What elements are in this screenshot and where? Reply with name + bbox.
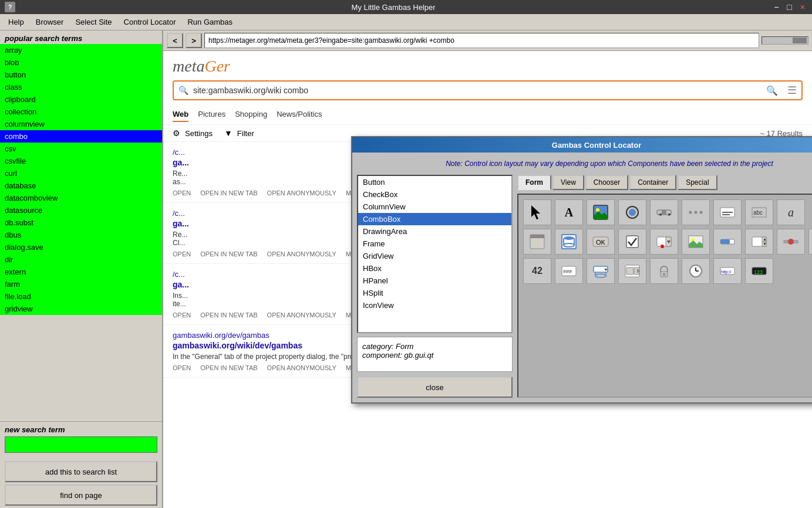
icon-separator-h[interactable]: [777, 229, 805, 255]
url-input[interactable]: [204, 33, 759, 48]
search-item[interactable]: extern: [0, 266, 162, 278]
metager-search-bar[interactable]: 🔍 site:gambaswiki.org/wiki combo 🔍 ☰: [173, 80, 803, 100]
icon-combobox[interactable]: [650, 229, 678, 255]
search-item[interactable]: dialog.save: [0, 241, 162, 253]
search-item[interactable]: csv: [0, 143, 162, 155]
close-dialog-button[interactable]: close: [357, 377, 513, 398]
icon-progressbar[interactable]: [713, 229, 742, 255]
search-item[interactable]: columnview: [0, 118, 162, 130]
menu-help[interactable]: Help: [2, 15, 30, 29]
tab-web[interactable]: Web: [173, 107, 188, 122]
search-item[interactable]: curl: [0, 167, 162, 180]
result-open-tab-2[interactable]: OPEN IN NEW TAB: [200, 250, 257, 258]
search-item[interactable]: farm: [0, 278, 162, 290]
icon-tab-container[interactable]: Container: [629, 175, 676, 190]
search-item[interactable]: array: [0, 44, 162, 56]
icon-tab-view[interactable]: View: [552, 175, 584, 190]
add-to-search-button[interactable]: add this to search list: [5, 461, 157, 482]
control-list-item[interactable]: GridView: [358, 250, 511, 262]
result-open-anon-1[interactable]: OPEN ANONYMOUSLY: [267, 189, 336, 197]
icon-color-button[interactable]: [808, 229, 812, 255]
control-list-item[interactable]: DrawingArea: [358, 225, 511, 238]
result-open-anon-4[interactable]: OPEN ANONYMOUSLY: [267, 364, 336, 371]
menu-run-gambas[interactable]: Run Gambas: [181, 15, 238, 29]
result-open-4[interactable]: OPEN: [173, 364, 191, 371]
icon-key-lock[interactable]: [650, 258, 678, 284]
icon-tab-chooser[interactable]: Chooser: [585, 175, 628, 190]
result-open-anon-2[interactable]: OPEN ANONYMOUSLY: [267, 250, 336, 258]
search-item[interactable]: dir: [0, 253, 162, 266]
icon-combo-db[interactable]: [587, 258, 615, 284]
icon-label[interactable]: A: [555, 199, 583, 225]
menu-browser[interactable]: Browser: [30, 15, 70, 29]
minimize-button[interactable]: −: [771, 2, 781, 12]
icon-number-display[interactable]: 123: [745, 258, 773, 284]
menu-select-site[interactable]: Select Site: [69, 15, 117, 29]
icon-italic-text[interactable]: a: [777, 199, 805, 225]
control-list-item[interactable]: HSplit: [358, 287, 511, 299]
icon-ok-button[interactable]: OK: [587, 229, 615, 255]
search-item[interactable]: clipboard: [0, 93, 162, 106]
find-on-page-button[interactable]: find on page: [5, 485, 157, 506]
icon-label2[interactable]: abc: [745, 199, 773, 225]
result-open-1[interactable]: OPEN: [173, 189, 191, 197]
filter-icon[interactable]: ▼: [224, 128, 233, 138]
search-item[interactable]: gridview: [0, 303, 162, 315]
settings-gear-icon[interactable]: ⚙: [173, 128, 180, 138]
icon-number42[interactable]: 42: [523, 258, 551, 284]
icon-spinbox[interactable]: ▲▼: [745, 229, 773, 255]
search-item[interactable]: dbus: [0, 229, 162, 241]
search-item[interactable]: collection: [0, 106, 162, 118]
result-open-3[interactable]: OPEN: [173, 311, 191, 319]
control-list-item[interactable]: ColumnView: [358, 201, 511, 213]
search-item[interactable]: class: [0, 81, 162, 93]
icon-image[interactable]: [682, 229, 710, 255]
close-window-button[interactable]: ×: [798, 2, 807, 12]
icon-spinner-dots[interactable]: [682, 199, 710, 225]
tab-pictures[interactable]: Pictures: [198, 107, 225, 122]
search-item[interactable]: blob: [0, 56, 162, 69]
result-open-tab-4[interactable]: OPEN IN NEW TAB: [200, 364, 257, 371]
settings-label[interactable]: Settings: [185, 129, 213, 138]
search-item[interactable]: combo: [0, 130, 162, 143]
tab-news[interactable]: News/Politics: [277, 107, 322, 122]
icon-tab-form[interactable]: Form: [517, 175, 551, 190]
icon-checkbox[interactable]: [618, 229, 646, 255]
filter-label[interactable]: Filter: [237, 129, 254, 138]
search-item[interactable]: file.load: [0, 290, 162, 303]
search-item[interactable]: datacomboview: [0, 192, 162, 204]
new-term-input[interactable]: [5, 436, 157, 453]
result-open-tab-1[interactable]: OPEN IN NEW TAB: [200, 189, 257, 197]
icon-scrollbar[interactable]: ◄►: [650, 199, 678, 225]
icon-inputmask[interactable]: ###: [555, 258, 583, 284]
icon-tab-special[interactable]: Special: [678, 175, 717, 190]
control-list-item[interactable]: HBox: [358, 262, 511, 275]
search-item[interactable]: datasource: [0, 204, 162, 216]
search-menu-icon[interactable]: ☰: [787, 84, 797, 97]
maximize-button[interactable]: □: [784, 2, 794, 12]
icon-pictureview[interactable]: [587, 199, 615, 225]
icon-db-view[interactable]: [555, 229, 583, 255]
control-list-item[interactable]: HPanel: [358, 275, 511, 287]
result-open-2[interactable]: OPEN: [173, 250, 191, 258]
result-open-anon-3[interactable]: OPEN ANONYMOUSLY: [267, 311, 336, 319]
search-item[interactable]: button: [0, 69, 162, 81]
icon-form[interactable]: [523, 229, 551, 255]
search-go-icon[interactable]: 🔍: [766, 85, 778, 96]
control-list-item[interactable]: CheckBox: [358, 188, 511, 201]
control-list-item[interactable]: Frame: [358, 238, 511, 250]
search-item[interactable]: db.subst: [0, 216, 162, 229]
menu-control-locator[interactable]: Control Locator: [118, 15, 182, 29]
icon-textbox[interactable]: [713, 199, 742, 225]
back-button[interactable]: <: [167, 33, 183, 48]
search-item[interactable]: database: [0, 180, 162, 192]
control-list-item[interactable]: IconView: [358, 299, 511, 311]
icon-clock[interactable]: [682, 258, 710, 284]
forward-button[interactable]: >: [186, 33, 202, 48]
tab-shopping[interactable]: Shopping: [235, 107, 267, 122]
icon-radiobutton[interactable]: [618, 199, 646, 225]
control-list-item[interactable]: Button: [358, 176, 511, 188]
result-open-tab-3[interactable]: OPEN IN NEW TAB: [200, 311, 257, 319]
icon-hyperlink[interactable]: http://: [713, 258, 742, 284]
control-list-item[interactable]: ComboBox: [358, 213, 511, 225]
